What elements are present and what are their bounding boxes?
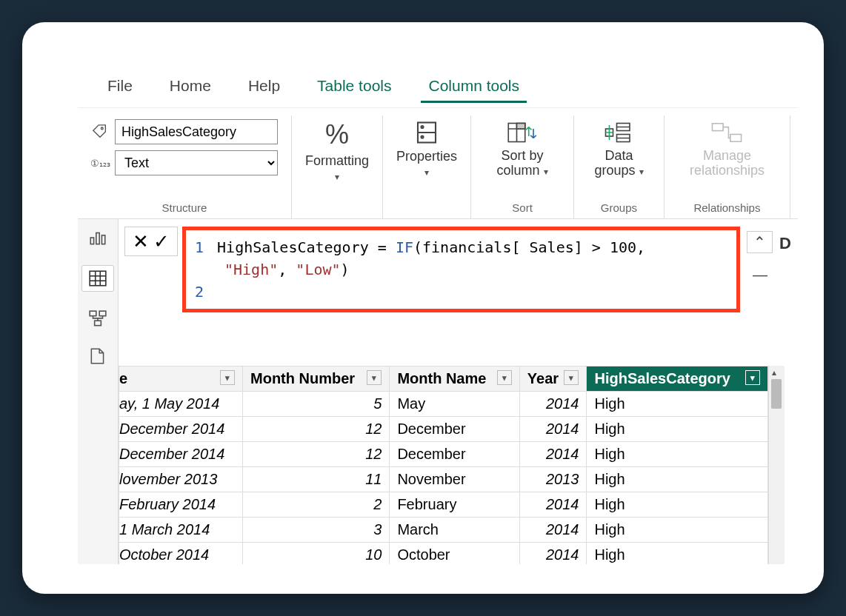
cell-year: 2014 xyxy=(519,518,587,543)
col-header-month-number[interactable]: Month Number ▾ xyxy=(243,366,390,392)
group-label-groups: Groups xyxy=(601,201,637,214)
table-row[interactable]: December 201412December2014High xyxy=(119,442,768,467)
report-view-icon[interactable] xyxy=(88,228,107,247)
tab-home[interactable]: Home xyxy=(162,74,219,103)
col-header-date[interactable]: e▾ xyxy=(119,366,243,392)
formula-cancel-button[interactable]: ✕ xyxy=(133,230,149,253)
chevron-down-icon: ▾ xyxy=(335,172,339,182)
cell-month-name: November xyxy=(390,467,519,492)
cell-highsales: High xyxy=(587,417,768,442)
tab-table-tools[interactable]: Table tools xyxy=(310,74,399,103)
svg-rect-27 xyxy=(99,311,106,316)
svg-rect-18 xyxy=(90,238,93,244)
vertical-scrollbar[interactable]: ▴ xyxy=(768,366,785,564)
right-panel-edge: D xyxy=(779,227,792,253)
col-header-year[interactable]: Year ▾ xyxy=(519,366,587,392)
cell-year: 2014 xyxy=(519,417,587,442)
chevron-down-icon: ▾ xyxy=(424,167,429,178)
cell-month-name: May xyxy=(390,392,519,417)
left-view-rail xyxy=(78,219,119,366)
cell-highsales: High xyxy=(587,492,768,518)
cell-year: 2014 xyxy=(519,442,587,467)
table-row[interactable]: lovember 201311November2013High xyxy=(119,467,768,492)
cell-month-name: December xyxy=(390,417,519,442)
cell-year: 2014 xyxy=(519,543,587,565)
cell-month-number: 3 xyxy=(243,518,390,543)
cell-date: October 2014 xyxy=(119,543,243,565)
cell-month-name: October xyxy=(390,543,519,565)
cell-month-number: 11 xyxy=(243,467,390,492)
scroll-thumb[interactable] xyxy=(771,379,782,409)
cell-year: 2014 xyxy=(519,492,587,518)
datatype-icon: ①₁₂₃ xyxy=(91,158,109,169)
svg-rect-8 xyxy=(517,124,525,130)
svg-rect-17 xyxy=(730,134,742,141)
cell-date: December 2014 xyxy=(119,442,243,467)
col-header-month-name[interactable]: Month Name ▾ xyxy=(390,366,519,392)
cell-date: lovember 2013 xyxy=(119,467,243,492)
properties-button[interactable]: Properties ▾ xyxy=(396,119,457,178)
cell-year: 2013 xyxy=(519,467,587,492)
relationships-icon xyxy=(710,119,743,146)
svg-point-4 xyxy=(422,136,424,138)
table-row[interactable]: ay, 1 May 20145May2014High xyxy=(119,392,768,417)
svg-rect-28 xyxy=(95,321,101,326)
sort-by-column-button[interactable]: Sort by column ▾ xyxy=(484,119,560,178)
cell-highsales: High xyxy=(587,392,768,417)
data-groups-icon xyxy=(604,119,633,146)
formula-commit-button[interactable]: ✓ xyxy=(153,230,170,253)
tab-column-tools[interactable]: Column tools xyxy=(421,74,527,103)
filter-icon[interactable]: ▾ xyxy=(564,370,579,385)
data-view-icon[interactable] xyxy=(81,265,114,292)
cell-date: February 2014 xyxy=(119,492,243,518)
cell-month-number: 12 xyxy=(243,417,390,442)
percent-icon: % xyxy=(325,119,349,150)
svg-rect-21 xyxy=(90,271,106,286)
cell-month-name: December xyxy=(390,442,519,467)
cell-highsales: High xyxy=(587,518,768,543)
svg-rect-19 xyxy=(96,233,99,244)
cell-month-name: March xyxy=(390,518,519,543)
cell-highsales: High xyxy=(587,442,768,467)
formula-editor[interactable]: 1 HighSalesCategory = IF(financials[ Sal… xyxy=(182,227,740,312)
filter-icon[interactable]: ▾ xyxy=(220,370,235,385)
cell-month-name: February xyxy=(390,492,519,518)
table-row[interactable]: October 201410October2014High xyxy=(119,543,768,565)
table-row[interactable]: December 201412December2014High xyxy=(119,417,768,442)
tab-file[interactable]: File xyxy=(100,74,140,103)
manage-relationships-button[interactable]: Manage relationships xyxy=(678,119,776,178)
formatting-button[interactable]: % Formatting ▾ xyxy=(305,119,369,182)
cell-date: 1 March 2014 xyxy=(119,518,243,543)
properties-icon xyxy=(413,119,440,146)
cell-highsales: High xyxy=(587,467,768,492)
dax-view-icon[interactable] xyxy=(88,346,107,366)
cell-month-number: 10 xyxy=(243,543,390,565)
svg-point-3 xyxy=(422,126,424,128)
formula-collapse-button[interactable]: ⌃ xyxy=(747,231,773,253)
sort-icon xyxy=(507,119,537,146)
data-table: e▾ Month Number ▾ Month Name ▾ Year ▾ Hi… xyxy=(119,366,768,564)
filter-icon[interactable]: ▾ xyxy=(497,370,512,385)
model-view-icon[interactable] xyxy=(88,309,107,329)
filter-icon[interactable]: ▾ xyxy=(367,370,382,385)
column-name-input[interactable] xyxy=(115,119,278,144)
data-type-select[interactable]: Text xyxy=(115,150,278,175)
filter-icon[interactable]: ▾ xyxy=(745,370,760,385)
data-groups-button[interactable]: Data groups ▾ xyxy=(587,119,650,178)
cell-highsales: High xyxy=(587,543,768,565)
table-row[interactable]: 1 March 20143March2014High xyxy=(119,518,768,543)
ribbon: ①₁₂₃ Text Structure % Formatting ▾ xyxy=(78,108,798,219)
cell-year: 2014 xyxy=(519,392,587,417)
col-header-highsales[interactable]: HighSalesCategory ▾ xyxy=(587,366,768,392)
ribbon-tabs: File Home Help Table tools Column tools xyxy=(78,74,798,108)
scroll-up-icon[interactable]: ▴ xyxy=(772,367,776,378)
group-label-structure: Structure xyxy=(162,201,207,214)
formula-resize-handle[interactable]: — xyxy=(753,267,766,284)
cell-month-number: 2 xyxy=(243,492,390,518)
tab-help[interactable]: Help xyxy=(241,74,287,103)
cell-date: December 2014 xyxy=(119,417,243,442)
cell-month-number: 5 xyxy=(243,392,390,417)
group-label-sort: Sort xyxy=(512,201,533,214)
cell-month-number: 12 xyxy=(243,442,390,467)
table-row[interactable]: February 20142February2014High xyxy=(119,492,768,518)
